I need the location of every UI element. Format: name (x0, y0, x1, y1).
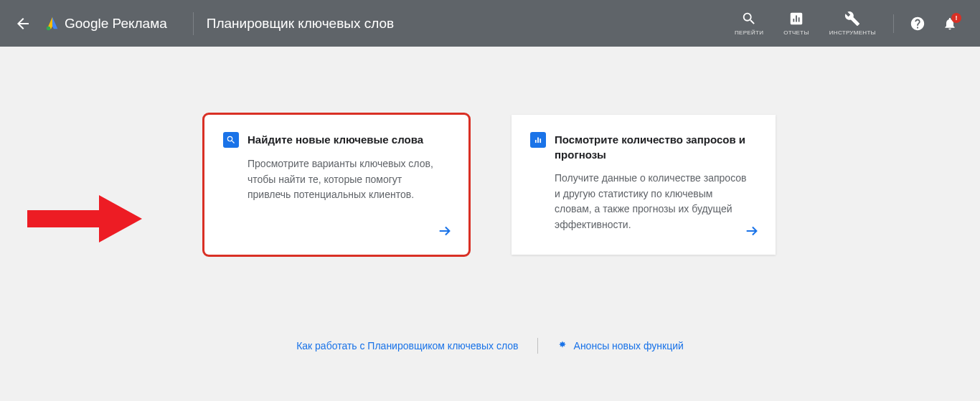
how-to-link[interactable]: Как работать с Планировщиком ключевых сл… (296, 340, 518, 352)
content-area: Найдите новые ключевые слова Просмотрите… (0, 47, 980, 354)
page-title: Планировщик ключевых слов (207, 16, 394, 32)
header-actions: ПЕРЕЙТИ ОТЧЕТЫ ИНСТРУМЕНТЫ ! (725, 11, 966, 36)
actions-divider (893, 14, 894, 33)
svg-marker-1 (27, 195, 142, 242)
card-body: Просмотрите варианты ключевых слов, чтоб… (223, 156, 450, 203)
announcements-link[interactable]: Анонсы новых функций (557, 340, 684, 352)
card-forward-arrow[interactable] (744, 223, 760, 242)
reports-label: ОТЧЕТЫ (783, 29, 809, 36)
card-header: Посмотрите количество запросов и прогноз… (530, 132, 757, 162)
search-card-icon (223, 132, 239, 148)
notification-badge: ! (951, 13, 961, 23)
google-ads-logo[interactable]: Google Реклама (44, 16, 167, 32)
header-bar: Google Реклама Планировщик ключевых слов… (0, 0, 980, 47)
card-forward-arrow[interactable] (437, 223, 453, 242)
svg-rect-4 (537, 138, 539, 143)
header-divider (193, 12, 194, 35)
back-arrow-icon[interactable] (14, 15, 32, 32)
card-title: Посмотрите количество запросов и прогноз… (555, 132, 757, 162)
star-burst-icon (557, 340, 568, 352)
reports-action[interactable]: ОТЧЕТЫ (783, 11, 809, 36)
annotation-arrow (27, 195, 142, 245)
notifications-button[interactable]: ! (943, 16, 957, 31)
card-body: Получите данные о количестве запросов и … (530, 171, 757, 233)
footer-links: Как работать с Планировщиком ключевых сл… (0, 338, 980, 354)
svg-point-0 (47, 26, 51, 29)
tools-label: ИНСТРУМЕНТЫ (829, 29, 876, 36)
announcements-text: Анонсы новых функций (574, 340, 684, 352)
search-label: ПЕРЕЙТИ (735, 29, 763, 36)
google-ads-logo-icon (44, 16, 60, 32)
search-icon (741, 11, 757, 27)
forecast-card[interactable]: Посмотрите количество запросов и прогноз… (512, 115, 776, 255)
tools-icon (844, 11, 860, 27)
search-action[interactable]: ПЕРЕЙТИ (735, 11, 763, 36)
svg-rect-5 (540, 138, 541, 143)
tools-action[interactable]: ИНСТРУМЕНТЫ (829, 11, 876, 36)
logo-text: Google Реклама (65, 16, 167, 32)
reports-icon (788, 11, 804, 27)
chart-card-icon (530, 132, 546, 148)
find-keywords-card[interactable]: Найдите новые ключевые слова Просмотрите… (204, 115, 468, 255)
card-row: Найдите новые ключевые слова Просмотрите… (0, 115, 980, 255)
svg-rect-3 (535, 140, 537, 143)
card-title: Найдите новые ключевые слова (248, 132, 423, 147)
card-header: Найдите новые ключевые слова (223, 132, 450, 148)
footer-divider (537, 338, 538, 354)
help-icon[interactable] (910, 16, 925, 32)
